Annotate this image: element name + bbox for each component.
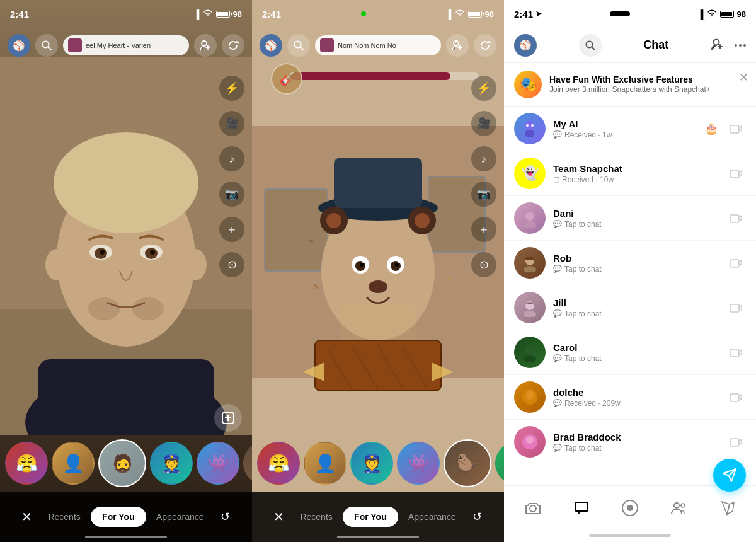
refresh-tab-right[interactable]: ↺ (466, 505, 489, 528)
timer-btn-left[interactable]: ⊙ (219, 252, 244, 277)
flash-btn-left[interactable]: ⚡ (219, 76, 244, 101)
nav-snap-btn[interactable] (614, 492, 646, 524)
chat-item-brad[interactable]: Brad Braddock 💬 Tap to chat (504, 420, 756, 464)
add-btn-right[interactable]: ＋ (471, 217, 496, 242)
camera-btn-dani[interactable] (726, 208, 746, 228)
refresh-tab-left[interactable]: ↺ (214, 505, 237, 528)
nav-friends-btn[interactable] (663, 492, 694, 524)
contact-name-brad: Brad Braddock (553, 432, 718, 442)
phone-left: 2:41 ▐ 98 ⚾ eel My Heart - Varien (0, 0, 252, 542)
video-btn-right[interactable]: 🎥 (471, 111, 496, 136)
chat-user-avatar[interactable]: ⚾ (514, 34, 537, 57)
svg-point-95 (674, 503, 679, 508)
video-btn-left[interactable]: 🎥 (219, 111, 244, 136)
camera-btn-rob[interactable] (726, 253, 746, 273)
camera-btn-snapchat[interactable] (726, 163, 746, 183)
tab-appearance-left[interactable]: Appearance (156, 512, 204, 522)
lens-item-6-left[interactable]: 🦊 (243, 442, 252, 485)
contact-name-dolche: dolche (553, 387, 718, 398)
tab-foryou-right[interactable]: For You (343, 507, 398, 527)
flash-btn-right[interactable]: ⚡ (471, 76, 496, 101)
lens-item-5-left[interactable]: 👾 (197, 442, 239, 485)
lens-item-1-left[interactable]: 😤 (5, 442, 48, 485)
song-pill-left[interactable]: eel My Heart - Varien (63, 35, 189, 55)
camera-btn-dolche[interactable] (726, 387, 746, 407)
chat-search-btn[interactable] (579, 34, 602, 57)
battery-right (468, 11, 482, 18)
camera-btn-jill[interactable] (726, 297, 746, 318)
svg-rect-24 (265, 189, 328, 271)
tab-appearance-right[interactable]: Appearance (408, 512, 456, 522)
snap-btn-left[interactable]: 📷 (219, 182, 244, 207)
tab-recents-right[interactable]: Recents (300, 512, 332, 522)
time-right: 2:41 (262, 9, 281, 20)
search-btn-left[interactable] (35, 34, 58, 57)
close-tab-right[interactable]: ✕ (267, 505, 290, 528)
add-btn-left[interactable]: ＋ (219, 217, 244, 242)
battery-pct-right: 98 (485, 9, 494, 19)
active-lens-icon-right[interactable]: 🎸 (271, 63, 302, 95)
lens-item-6-right[interactable]: 🌿 (495, 442, 504, 485)
chat-item-jill[interactable]: Jill 💬 Tap to chat (504, 285, 756, 330)
snap-btn-right[interactable]: 📷 (471, 182, 496, 207)
lens-item-2-right[interactable]: 👤 (304, 442, 346, 485)
nav-chat-btn[interactable] (566, 492, 597, 524)
lens-item-5-right[interactable]: 🦫 (444, 439, 491, 487)
sticker-btn-left[interactable] (214, 404, 242, 432)
dot1 (735, 44, 737, 47)
nav-camera-btn[interactable] (517, 492, 549, 524)
camera-btn-myai[interactable] (726, 118, 746, 139)
camera-btn-carol[interactable] (726, 342, 746, 362)
lens-item-4-left[interactable]: 👮 (150, 442, 193, 485)
music-btn-right[interactable]: ♪ (471, 146, 496, 171)
chat-preview-myai: 💬 Received · 1w (553, 130, 697, 139)
svg-rect-36 (315, 340, 441, 391)
promo-close-btn[interactable]: ✕ (739, 71, 748, 84)
chat-arrow-icon: ➤ (536, 9, 542, 18)
add-friend-chat-btn[interactable] (711, 37, 724, 54)
camera-btn-brad[interactable] (726, 432, 746, 452)
chat-item-dani[interactable]: Dani 💬 Tap to chat (504, 196, 756, 241)
progress-fill-right (290, 72, 450, 80)
promo-banner[interactable]: 🎭 Have Fun With Exclusive Features Join … (504, 63, 756, 107)
chat-item-carol[interactable]: Carol 💬 Tap to chat (504, 330, 756, 375)
recording-progress-right (290, 72, 479, 80)
flip-camera-btn-left[interactable] (222, 34, 244, 57)
more-options-btn[interactable] (735, 44, 746, 47)
promo-subtitle: Join over 3 million Snapchatters with Sn… (549, 84, 746, 95)
flip-camera-btn-right[interactable] (474, 34, 496, 57)
song-pill-right[interactable]: Nom Nom Nom No (315, 35, 441, 55)
chat-item-rob[interactable]: Rob 💬 Tap to chat (504, 241, 756, 285)
lens-item-2-left[interactable]: 👤 (52, 442, 94, 485)
tab-recents-left[interactable]: Recents (48, 512, 80, 522)
message-icon-carol: 💬 (553, 354, 562, 362)
lens-bar-left: 😤 👤 🧔 👮 👾 🦊 (0, 435, 252, 492)
svg-rect-82 (730, 304, 739, 312)
nav-map-btn[interactable] (711, 492, 743, 524)
add-friend-btn-left[interactable] (194, 34, 217, 57)
svg-point-83 (525, 346, 534, 355)
compose-fab[interactable] (713, 459, 746, 492)
chat-item-snapchat[interactable]: 👻 Team Snapchat ▢ Received · 10w (504, 151, 756, 196)
chat-status-left: 2:41 ➤ (514, 9, 542, 20)
chat-preview-rob: 💬 Tap to chat (553, 265, 718, 274)
svg-point-57 (369, 280, 387, 293)
svg-point-48 (415, 213, 430, 228)
tab-foryou-left[interactable]: For You (91, 507, 146, 527)
user-avatar-right[interactable]: ⚾ (260, 34, 282, 57)
lens-item-3-right[interactable]: 👮 (350, 442, 393, 485)
lens-item-1-right[interactable]: 😤 (257, 442, 300, 485)
music-btn-left[interactable]: ♪ (219, 146, 244, 171)
chat-battery (720, 11, 734, 18)
user-avatar-left[interactable]: ⚾ (8, 34, 30, 57)
lens-item-4-right[interactable]: 👾 (397, 442, 440, 485)
chat-item-dolche[interactable]: dolche 💬 Received · 209w (504, 375, 756, 420)
timer-btn-right[interactable]: ⊙ (471, 252, 496, 277)
search-btn-right[interactable] (287, 34, 310, 57)
lens-item-3-left[interactable]: 🧔 (98, 439, 146, 487)
wifi-right (455, 9, 465, 19)
chat-item-myai[interactable]: My AI 💬 Received · 1w 🎂 (504, 107, 756, 151)
add-friend-btn-right[interactable] (446, 34, 469, 57)
chat-preview-snapchat: ▢ Received · 10w (553, 175, 718, 184)
close-tab-left[interactable]: ✕ (15, 505, 38, 528)
